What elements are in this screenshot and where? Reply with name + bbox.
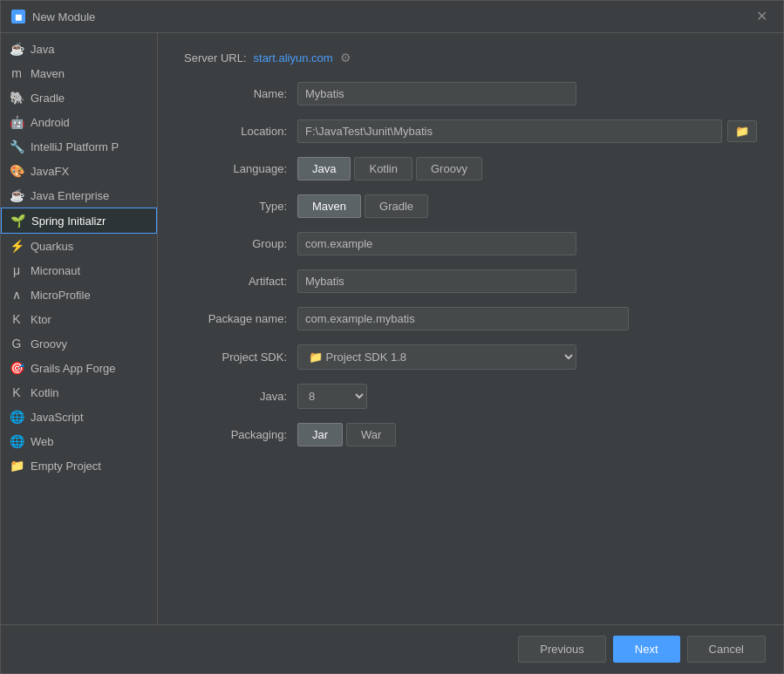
sidebar-item-quarkus[interactable]: ⚡Quarkus xyxy=(1,234,157,258)
type-label: Type: xyxy=(184,200,297,213)
javascript-icon: 🌐 xyxy=(10,410,24,424)
intellij-icon: 🔧 xyxy=(10,140,24,153)
sidebar-item-intellij[interactable]: 🔧IntelliJ Platform P xyxy=(1,134,157,159)
sidebar-item-java-enterprise[interactable]: ☕Java Enterprise xyxy=(1,183,157,208)
sidebar-item-kotlin[interactable]: KKotlin xyxy=(1,380,157,405)
language-kotlin-btn[interactable]: Kotlin xyxy=(354,157,412,180)
packaging-war-btn[interactable]: War xyxy=(346,423,396,446)
sidebar-item-maven[interactable]: mMaven xyxy=(1,61,157,85)
gradle-icon: 🐘 xyxy=(10,91,24,105)
sidebar-item-label-android: Android xyxy=(31,116,70,129)
dialog-title: New Module xyxy=(32,10,95,24)
sidebar-item-web[interactable]: 🌐Web xyxy=(1,429,157,453)
artifact-row: Artifact: xyxy=(184,269,757,293)
sidebar-item-ktor[interactable]: KKtor xyxy=(1,307,157,331)
sidebar-item-microprofile[interactable]: ∧MicroProfile xyxy=(1,283,157,307)
android-icon: 🤖 xyxy=(10,115,24,129)
quarkus-icon: ⚡ xyxy=(10,239,24,253)
sdk-select[interactable]: 📁 Project SDK 1.8 xyxy=(297,344,576,370)
previous-button[interactable]: Previous xyxy=(518,636,606,663)
empty-icon: 📁 xyxy=(10,459,24,473)
sidebar-item-label-javascript: JavaScript xyxy=(31,411,84,424)
sidebar-item-label-micronaut: Micronaut xyxy=(31,264,80,277)
server-url-link[interactable]: start.aliyun.com xyxy=(254,51,333,65)
packaging-toggle-group: Jar War xyxy=(297,423,399,446)
packaging-label: Packaging: xyxy=(184,428,297,441)
group-input[interactable] xyxy=(297,232,576,255)
sidebar-item-label-empty: Empty Project xyxy=(31,460,101,473)
kotlin-icon: K xyxy=(10,385,24,399)
micronaut-icon: μ xyxy=(10,263,24,277)
sidebar-item-label-java-enterprise: Java Enterprise xyxy=(31,189,109,202)
close-button[interactable]: ✕ xyxy=(751,8,773,25)
java-label: Java: xyxy=(184,390,297,403)
sidebar-item-micronaut[interactable]: μMicronaut xyxy=(1,258,157,283)
sidebar-item-label-maven: Maven xyxy=(31,67,65,80)
sidebar-item-spring[interactable]: 🌱Spring Initializr xyxy=(1,208,157,234)
microprofile-icon: ∧ xyxy=(10,288,24,302)
new-module-dialog: ◼ New Module ✕ ☕JavamMaven🐘Gradle🤖Androi… xyxy=(0,0,784,674)
packaging-row: Packaging: Jar War xyxy=(184,423,757,446)
java-enterprise-icon: ☕ xyxy=(10,188,24,202)
dialog-content: ☕JavamMaven🐘Gradle🤖Android🔧IntelliJ Plat… xyxy=(1,33,783,624)
sdk-label: Project SDK: xyxy=(184,351,297,364)
group-label: Group: xyxy=(184,237,297,250)
server-url-label: Server URL: xyxy=(184,51,247,65)
title-bar: ◼ New Module ✕ xyxy=(1,1,783,33)
browse-button[interactable]: 📁 xyxy=(727,120,757,142)
sidebar-item-javafx[interactable]: 🎨JavaFX xyxy=(1,159,157,183)
artifact-input[interactable] xyxy=(297,269,576,293)
name-row: Name: xyxy=(184,82,757,106)
web-icon: 🌐 xyxy=(10,434,24,448)
sdk-dropdown-container: 📁 Project SDK 1.8 xyxy=(297,344,576,370)
type-row: Type: Maven Gradle xyxy=(184,194,757,218)
sidebar-item-label-groovy: Groovy xyxy=(31,337,67,351)
location-input[interactable] xyxy=(297,119,722,143)
sidebar-item-empty[interactable]: 📁Empty Project xyxy=(1,453,157,478)
package-label: Package name: xyxy=(184,312,297,325)
artifact-label: Artifact: xyxy=(184,275,297,288)
next-button[interactable]: Next xyxy=(613,636,680,663)
groovy-icon: G xyxy=(10,337,24,351)
java-row: Java: 8 11 17 xyxy=(184,384,757,409)
sidebar-item-groovy[interactable]: GGroovy xyxy=(1,331,157,356)
sidebar-item-label-ktor: Ktor xyxy=(31,313,51,326)
sidebar-item-android[interactable]: 🤖Android xyxy=(1,110,157,134)
group-row: Group: xyxy=(184,232,757,255)
sidebar-item-label-spring: Spring Initializr xyxy=(31,214,106,228)
type-gradle-btn[interactable]: Gradle xyxy=(365,194,428,218)
spring-icon: 🌱 xyxy=(10,214,24,228)
java-version-select[interactable]: 8 11 17 xyxy=(297,384,367,409)
dialog-icon: ◼ xyxy=(11,10,25,24)
sidebar-item-label-web: Web xyxy=(31,435,54,448)
name-label: Name: xyxy=(184,87,297,100)
language-label: Language: xyxy=(184,162,297,175)
language-toggle-group: Java Kotlin Groovy xyxy=(297,157,486,180)
main-panel: Server URL: start.aliyun.com ⚙ Name: Loc… xyxy=(158,33,783,624)
package-row: Package name: xyxy=(184,307,757,330)
sidebar-item-java[interactable]: ☕Java xyxy=(1,37,157,61)
javafx-icon: 🎨 xyxy=(10,164,24,178)
type-maven-btn[interactable]: Maven xyxy=(297,194,361,218)
sidebar-item-gradle[interactable]: 🐘Gradle xyxy=(1,85,157,110)
settings-icon[interactable]: ⚙ xyxy=(340,51,351,65)
ktor-icon: K xyxy=(10,312,24,326)
type-toggle-group: Maven Gradle xyxy=(297,194,432,218)
sidebar-item-label-javafx: JavaFX xyxy=(31,165,69,178)
cancel-button[interactable]: Cancel xyxy=(687,636,766,663)
sidebar-item-label-intellij: IntelliJ Platform P xyxy=(31,140,119,153)
packaging-jar-btn[interactable]: Jar xyxy=(297,423,343,446)
language-java-btn[interactable]: Java xyxy=(297,157,351,180)
language-groovy-btn[interactable]: Groovy xyxy=(416,157,482,180)
location-row: Location: 📁 xyxy=(184,119,757,143)
sidebar-item-label-gradle: Gradle xyxy=(31,92,65,105)
package-input[interactable] xyxy=(297,307,629,330)
sidebar-item-javascript[interactable]: 🌐JavaScript xyxy=(1,405,157,429)
sidebar-item-label-quarkus: Quarkus xyxy=(31,240,73,253)
sidebar-item-grails[interactable]: 🎯Grails App Forge xyxy=(1,356,157,380)
server-row: Server URL: start.aliyun.com ⚙ xyxy=(184,51,757,65)
name-input[interactable] xyxy=(297,82,576,106)
sidebar-item-label-kotlin: Kotlin xyxy=(31,386,59,399)
sidebar: ☕JavamMaven🐘Gradle🤖Android🔧IntelliJ Plat… xyxy=(1,33,158,624)
grails-icon: 🎯 xyxy=(10,361,24,375)
